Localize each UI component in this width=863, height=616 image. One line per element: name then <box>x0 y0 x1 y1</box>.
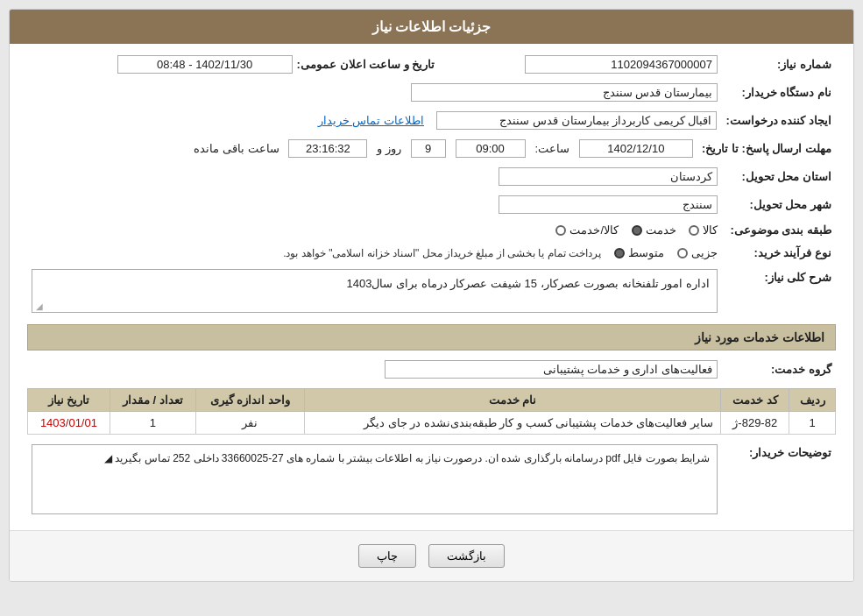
cell-service-name: سایر فعالیت‌های خدمات پشتیبانی کسب و کار… <box>304 412 720 435</box>
need-number-field: 1102094367000007 <box>525 55 718 74</box>
col-row-num: ردیف <box>789 389 836 412</box>
cell-date: 1403/01/01 <box>28 412 110 435</box>
province-value: کردستان <box>27 165 722 188</box>
process-motevaset-radio[interactable] <box>614 248 625 258</box>
response-days-field: 9 <box>411 139 446 158</box>
category-kala-khedmat-label: کالا/خدمت <box>569 223 619 237</box>
process-jozii-radio[interactable] <box>677 248 688 258</box>
category-row: طبقه بندی موضوعی: کالا خدمت <box>27 221 836 239</box>
service-info-header: اطلاعات خدمات مورد نیاز <box>27 324 836 350</box>
col-service-name: نام خدمت <box>304 389 720 412</box>
buyer-org-label: نام دستگاه خریدار: <box>722 83 836 102</box>
response-date-area: 1402/12/10 ساعت: 09:00 9 روز و 23:16:32 … <box>27 137 697 160</box>
buyer-notes-text: شرایط بصورت فایل pdf درسامانه بارگذاری ش… <box>115 452 710 464</box>
contact-info-link[interactable]: اطلاعات تماس خریدار <box>318 114 424 127</box>
cell-row-num: 1 <box>789 412 836 435</box>
category-options: کالا خدمت کالا/خدمت <box>27 221 722 239</box>
province-field: کردستان <box>499 167 718 186</box>
category-kala: کالا <box>689 223 718 237</box>
response-date-label: مهلت ارسال پاسخ: تا تاریخ: <box>697 139 836 158</box>
need-number-row: شماره نیاز: 1102094367000007 تاریخ و ساع… <box>27 53 836 76</box>
process-jozii-label: جزیی <box>691 246 718 259</box>
need-number-value: 1102094367000007 <box>452 53 722 76</box>
province-label: استان محل تحویل: <box>722 167 836 186</box>
need-description-box: اداره امور تلفنخانه بصورت عصرکار، 15 شیف… <box>32 269 718 313</box>
process-motevaset-label: متوسط <box>628 246 664 259</box>
process-note: پرداخت تمام یا بخشی از مبلغ خریداز محل "… <box>283 247 601 259</box>
buyer-notes-label: توضیحات خریدار: <box>722 442 836 462</box>
footer-buttons: بازگشت چاپ <box>10 530 853 581</box>
content-area: شماره نیاز: 1102094367000007 تاریخ و ساع… <box>10 44 853 530</box>
response-time-label: ساعت: <box>534 142 569 155</box>
remaining-label: ساعت باقی مانده <box>194 142 279 155</box>
cell-unit: نفر <box>195 412 304 435</box>
buyer-notes-value: شرایط بصورت فایل pdf درسامانه بارگذاری ش… <box>27 442 722 517</box>
remaining-time-field: 23:16:32 <box>288 139 367 158</box>
response-days-label: روز و <box>377 142 401 155</box>
service-group-label: گروه خدمت: <box>722 360 836 379</box>
category-label: طبقه بندی موضوعی: <box>722 221 836 239</box>
creator-value: اقبال کریمی کاربرداز بیمارستان قدس سنندج… <box>27 109 721 132</box>
need-number-label: شماره نیاز: <box>722 55 836 74</box>
services-table: ردیف کد خدمت نام خدمت واحد اندازه گیری ت… <box>27 388 836 435</box>
creator-label: ایجاد کننده درخواست: <box>721 111 836 130</box>
page-title: جزئیات اطلاعات نیاز <box>10 10 853 44</box>
category-kala-khedmat-radio[interactable] <box>555 225 566 236</box>
print-button[interactable]: چاپ <box>358 544 416 568</box>
col-unit: واحد اندازه گیری <box>195 389 304 412</box>
creator-field: اقبال کریمی کاربرداز بیمارستان قدس سنندج <box>436 111 717 130</box>
category-khedmat: خدمت <box>632 223 676 237</box>
response-time-field: 09:00 <box>456 139 526 158</box>
need-description-row: شرح کلی نیاز: اداره امور تلفنخانه بصورت … <box>27 266 836 315</box>
city-value: سنندج <box>27 193 722 216</box>
cell-service-code: 829-82-ژ <box>721 412 789 435</box>
category-kala-label: کالا <box>703 223 718 237</box>
service-group-row: گروه خدمت: فعالیت‌های اداری و خدمات پشتی… <box>27 358 836 381</box>
need-description-text: اداره امور تلفنخانه بصورت عصرکار، 15 شیف… <box>346 277 710 290</box>
category-kala-radio[interactable] <box>689 225 699 236</box>
province-row: استان محل تحویل: کردستان <box>27 165 836 188</box>
city-row: شهر محل تحویل: سنندج <box>27 193 836 216</box>
col-service-code: کد خدمت <box>721 389 789 412</box>
category-khedmat-label: خدمت <box>646 223 676 237</box>
creator-row: ایجاد کننده درخواست: اقبال کریمی کاربردا… <box>27 109 836 132</box>
process-type-label: نوع فرآیند خرید: <box>722 244 836 262</box>
need-description-label: شرح کلی نیاز: <box>722 266 836 287</box>
need-description-value: اداره امور تلفنخانه بصورت عصرکار، 15 شیف… <box>27 266 722 315</box>
city-field: سنندج <box>499 195 718 214</box>
city-label: شهر محل تحویل: <box>722 195 836 214</box>
process-jozii: جزیی <box>677 246 718 259</box>
main-container: جزئیات اطلاعات نیاز شماره نیاز: 11020943… <box>9 9 854 582</box>
col-date: تاریخ نیاز <box>28 389 110 412</box>
response-date-field: 1402/12/10 <box>579 139 693 158</box>
buyer-org-value: بیمارستان قدس سنندج <box>27 81 722 104</box>
service-group-value: فعالیت‌های اداری و خدمات پشتیبانی <box>27 358 722 381</box>
col-quantity: تعداد / مقدار <box>110 389 195 412</box>
resize-handle[interactable]: ◢ <box>34 301 43 310</box>
announce-date-value: 1402/11/30 - 08:48 <box>27 53 297 76</box>
cell-quantity: 1 <box>110 412 195 435</box>
buyer-notes-box: شرایط بصورت فایل pdf درسامانه بارگذاری ش… <box>32 444 718 514</box>
response-date-row: مهلت ارسال پاسخ: تا تاریخ: 1402/12/10 سا… <box>27 137 836 160</box>
process-motevaset: متوسط <box>614 246 664 259</box>
service-group-field: فعالیت‌های اداری و خدمات پشتیبانی <box>385 360 718 379</box>
buyer-notes-row: توضیحات خریدار: شرایط بصورت فایل pdf درس… <box>27 442 836 517</box>
buyer-org-field: بیمارستان قدس سنندج <box>411 83 718 102</box>
process-type-area: جزیی متوسط پرداخت تمام یا بخشی از مبلغ خ… <box>27 244 722 262</box>
announce-date-field: 1402/11/30 - 08:48 <box>117 55 293 74</box>
buyer-notes-resize[interactable]: ◢ <box>104 452 112 464</box>
category-khedmat-radio[interactable] <box>632 225 642 236</box>
process-type-row: نوع فرآیند خرید: جزیی متوسط پرداخت تمام … <box>27 244 836 262</box>
table-row: 1 829-82-ژ سایر فعالیت‌های خدمات پشتیبان… <box>28 412 836 435</box>
announce-date-label: تاریخ و ساعت اعلان عمومی: <box>297 58 435 71</box>
buyer-org-row: نام دستگاه خریدار: بیمارستان قدس سنندج <box>27 81 836 104</box>
back-button[interactable]: بازگشت <box>428 544 505 568</box>
category-kala-khedmat: کالا/خدمت <box>555 223 619 237</box>
